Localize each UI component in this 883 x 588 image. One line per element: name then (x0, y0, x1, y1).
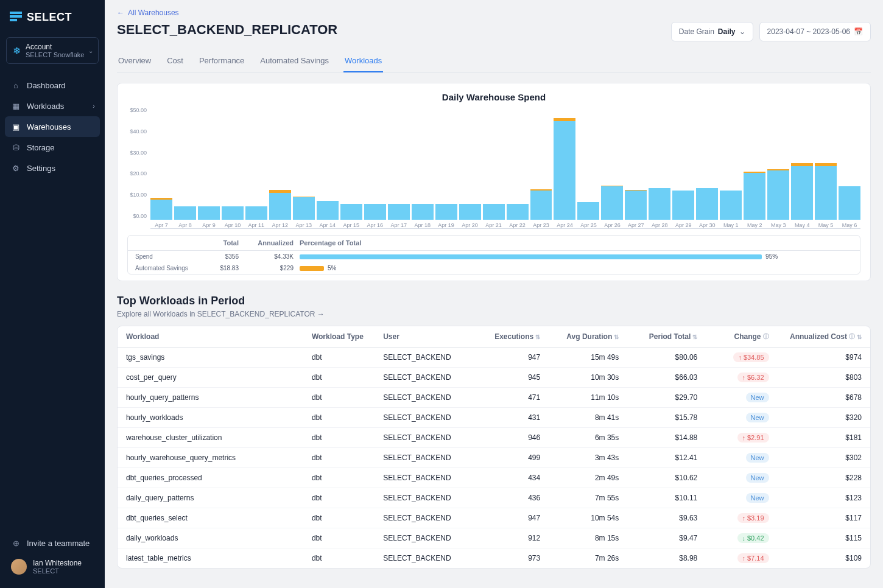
tab-cost[interactable]: Cost (166, 50, 185, 72)
cell-user: SELECT_BACKEND (383, 453, 476, 462)
bar-column[interactable]: Apr 15 (340, 107, 362, 228)
cell-period-total: $10.11 (619, 494, 697, 502)
user-org: SELECT (33, 567, 82, 575)
tab-workloads[interactable]: Workloads (343, 50, 383, 72)
bar-column[interactable]: Apr 17 (388, 107, 410, 228)
nav-warehouses[interactable]: ▣ Warehouses (5, 116, 100, 137)
bar-column[interactable]: Apr 24 (554, 107, 575, 228)
cell-type: dbt (312, 393, 383, 402)
cell-annualized: $109 (769, 554, 862, 562)
cell-annualized: $117 (769, 514, 862, 522)
cell-workload: dbt_queries_select (126, 514, 312, 522)
bar-segment-spend (222, 206, 244, 220)
sort-icon: ⇅ (535, 334, 540, 340)
account-name: SELECT Snowflake (26, 51, 84, 58)
bar-column[interactable]: May 4 (791, 107, 813, 228)
cell-period-total: $15.78 (619, 413, 697, 422)
bar-column[interactable]: May 3 (767, 107, 789, 228)
breadcrumb[interactable]: ← All Warehouses (117, 9, 871, 17)
bar-column[interactable]: Apr 19 (435, 107, 457, 228)
bar-column[interactable]: Apr 10 (222, 107, 244, 228)
bar-label: May 2 (747, 222, 762, 228)
bar-label: Apr 19 (438, 222, 454, 228)
bar-column[interactable]: Apr 9 (198, 107, 220, 228)
bar-column[interactable]: Apr 27 (625, 107, 647, 228)
bar-column[interactable]: Apr 7 (150, 107, 172, 228)
bar-column[interactable]: Apr 30 (696, 107, 718, 228)
bar-column[interactable]: Apr 18 (412, 107, 434, 228)
bar-column[interactable]: Apr 13 (293, 107, 315, 228)
bar-column[interactable]: Apr 20 (459, 107, 481, 228)
bar-segment-spend (435, 204, 457, 220)
th-period-total[interactable]: Period Total⇅ (619, 332, 697, 341)
tab-automated-savings[interactable]: Automated Savings (259, 50, 330, 72)
arrow-up-icon (742, 434, 746, 441)
nav-storage[interactable]: ⛁ Storage (5, 137, 100, 158)
cell-type: dbt (312, 474, 383, 482)
bar-column[interactable]: Apr 22 (507, 107, 529, 228)
th-executions[interactable]: Executions⇅ (476, 332, 541, 341)
cell-executions: 431 (476, 413, 541, 422)
th-workload[interactable]: Workload (126, 332, 312, 341)
bar-column[interactable]: May 5 (815, 107, 837, 228)
cell-workload: daily_workloads (126, 534, 312, 542)
table-row[interactable]: cost_per_query dbt SELECT_BACKEND 945 10… (118, 368, 870, 388)
cell-executions: 436 (476, 494, 541, 502)
change-badge-new: New (746, 473, 769, 483)
date-grain-selector[interactable]: Date Grain Daily ⌄ (671, 22, 753, 41)
table-row[interactable]: warehouse_cluster_utilization dbt SELECT… (118, 428, 870, 448)
bar-column[interactable]: Apr 28 (649, 107, 670, 228)
bar-label: Apr 12 (272, 222, 289, 228)
info-icon: ⓘ (849, 332, 855, 341)
database-icon: ⛁ (11, 142, 21, 152)
th-user[interactable]: User (383, 332, 476, 341)
table-row[interactable]: hourly_query_patterns dbt SELECT_BACKEND… (118, 388, 870, 408)
bar-column[interactable]: Apr 23 (530, 107, 552, 228)
section-link[interactable]: Explore all Workloads in SELECT_BACKEND_… (117, 310, 871, 318)
table-row[interactable]: hourly_workloads dbt SELECT_BACKEND 431 … (118, 408, 870, 428)
nav-workloads[interactable]: ▦ Workloads › (5, 96, 100, 116)
nav-dashboard[interactable]: ⌂ Dashboard (5, 75, 100, 96)
bar-segment-spend (459, 204, 481, 220)
account-switcher[interactable]: ❄ Account SELECT Snowflake ⌄ (6, 37, 99, 64)
bar-column[interactable]: Apr 29 (672, 107, 694, 228)
bar-column[interactable]: May 6 (839, 107, 860, 228)
table-row[interactable]: tgs_savings dbt SELECT_BACKEND 947 15m 4… (118, 348, 870, 368)
bar-label: Apr 7 (155, 222, 168, 228)
bar-column[interactable]: May 2 (744, 107, 765, 228)
bar-column[interactable]: May 1 (720, 107, 742, 228)
table-row[interactable]: latest_table_metrics dbt SELECT_BACKEND … (118, 548, 870, 568)
table-row[interactable]: daily_workloads dbt SELECT_BACKEND 912 8… (118, 528, 870, 548)
cell-change: New (697, 413, 769, 422)
bar-column[interactable]: Apr 11 (245, 107, 267, 228)
bar-column[interactable]: Apr 16 (364, 107, 386, 228)
th-annualized[interactable]: Annualized Costⓘ⇅ (769, 332, 862, 341)
cell-annualized: $115 (769, 534, 862, 542)
table-row[interactable]: dbt_queries_processed dbt SELECT_BACKEND… (118, 468, 870, 488)
bar-column[interactable]: Apr 21 (483, 107, 505, 228)
nav-settings[interactable]: ⚙ Settings (5, 158, 100, 178)
th-change[interactable]: Changeⓘ (697, 332, 769, 341)
bar-column[interactable]: Apr 25 (577, 107, 599, 228)
table-row[interactable]: daily_query_patterns dbt SELECT_BACKEND … (118, 488, 870, 508)
bar-label: Apr 21 (485, 222, 502, 228)
bar-column[interactable]: Apr 14 (317, 107, 339, 228)
bar-label: Apr 11 (248, 222, 265, 228)
table-row[interactable]: hourly_warehouse_query_metrics dbt SELEC… (118, 448, 870, 468)
arrow-left-icon: ← (117, 9, 124, 17)
bar-column[interactable]: Apr 12 (269, 107, 291, 228)
cell-avg-duration: 15m 49s (540, 353, 619, 362)
logo[interactable]: SELECT (0, 0, 105, 35)
th-type[interactable]: Workload Type (312, 332, 383, 341)
bar-column[interactable]: Apr 26 (601, 107, 623, 228)
sort-icon: ⇅ (692, 334, 697, 340)
table-row[interactable]: dbt_queries_select dbt SELECT_BACKEND 94… (118, 508, 870, 528)
cell-avg-duration: 3m 43s (540, 453, 619, 462)
date-range-selector[interactable]: 2023-04-07 ~ 2023-05-06 📅 (759, 22, 871, 41)
user-menu[interactable]: Ian Whitestone SELECT (9, 554, 96, 579)
tab-overview[interactable]: Overview (117, 50, 152, 72)
bar-column[interactable]: Apr 8 (174, 107, 196, 228)
th-avg-duration[interactable]: Avg Duration⇅ (540, 332, 619, 341)
tab-performance[interactable]: Performance (198, 50, 245, 72)
invite-teammate[interactable]: ⊕ Invite a teammate (9, 532, 96, 554)
